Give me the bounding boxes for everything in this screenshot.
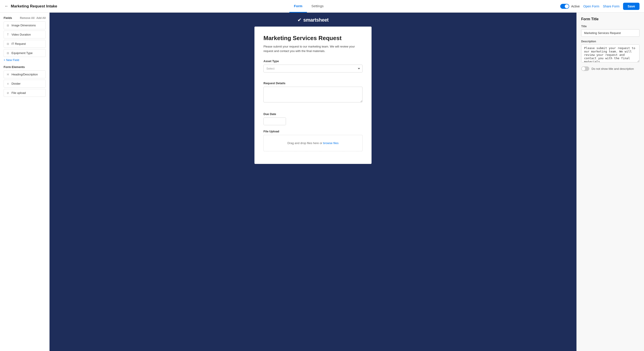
due-date-label: Due Date: [264, 112, 362, 116]
form-description: Please submit your request to our market…: [264, 44, 362, 53]
show-title-toggle[interactable]: [581, 66, 589, 71]
left-sidebar: Fields Remove All Add All ⊟ Image Dimens…: [0, 12, 50, 351]
page-title: Marketing Request Intake: [11, 4, 57, 8]
right-panel: Form Title Title Description Do not show…: [576, 12, 644, 351]
logo-text: smartsheet: [303, 17, 328, 23]
checkbox-icon: ⊟: [6, 24, 10, 27]
sidebar-item-equipment-type[interactable]: ⊟ Equipment Type: [4, 49, 46, 57]
show-title-toggle-label: Do not show title and description: [592, 67, 634, 70]
form-card: Marketing Services Request Please submit…: [254, 26, 372, 164]
request-details-section: Request Details: [264, 82, 362, 108]
active-label: Active: [571, 4, 580, 8]
show-title-toggle-row: Do not show title and description: [581, 66, 640, 71]
asset-type-label: Asset Type: [264, 60, 362, 63]
form-title-input[interactable]: [581, 29, 640, 37]
share-form-button[interactable]: Share Form: [603, 4, 620, 8]
text-icon: T: [6, 33, 10, 36]
field-label-video-duration: Video Duration: [12, 33, 31, 36]
date-field-inner: 📅: [264, 118, 286, 125]
form-canvas: ✔ smartsheet Marketing Services Request …: [50, 12, 576, 351]
sidebar-item-image-dimensions[interactable]: ⊟ Image Dimensions: [4, 22, 46, 29]
form-elements-title: Form Elements: [4, 65, 46, 69]
top-nav: ← Marketing Request Intake Form Settings…: [0, 0, 644, 12]
due-date-input[interactable]: [264, 118, 286, 125]
canvas-header: ✔ smartsheet: [50, 12, 576, 26]
fields-actions: Remove All Add All: [20, 16, 46, 20]
file-upload-area[interactable]: Drag and drop files here or browse files: [264, 135, 362, 151]
sidebar-item-video-duration[interactable]: T Video Duration: [4, 30, 46, 38]
browse-files-link[interactable]: browse files: [323, 142, 339, 145]
field-label-equipment-type: Equipment Type: [12, 51, 33, 55]
open-form-button[interactable]: Open Form: [584, 4, 600, 8]
sidebar-item-it-request[interactable]: ⊟ IT Request: [4, 40, 46, 48]
logo-text-bold: sheet: [316, 17, 328, 23]
nav-tabs: Form Settings: [289, 0, 328, 12]
fields-section-header: Fields Remove All Add All: [4, 16, 46, 20]
add-all-button[interactable]: Add All: [36, 16, 46, 20]
element-label-heading: Heading/Description: [12, 73, 38, 76]
main-layout: Fields Remove All Add All ⊟ Image Dimens…: [0, 12, 644, 351]
field-label-it-request: IT Request: [12, 42, 26, 46]
field-label-image-dimensions: Image Dimensions: [12, 24, 36, 27]
file-upload-section: File Upload Drag and drop files here or …: [264, 130, 362, 151]
panel-title-label: Title: [581, 25, 640, 28]
new-field-button[interactable]: + New Field: [4, 58, 46, 62]
fields-title: Fields: [4, 16, 12, 20]
element-label-file-upload: File upload: [12, 91, 26, 94]
back-icon: ←: [4, 4, 8, 8]
file-upload-icon: ⊘: [6, 92, 10, 94]
checkbox-icon-2: ⊟: [6, 42, 10, 46]
drag-drop-text: Drag and drop files here or: [288, 142, 323, 145]
panel-title: Form Title: [581, 17, 640, 21]
form-description-textarea[interactable]: [581, 44, 640, 62]
due-date-section: Due Date 📅: [264, 112, 362, 125]
logo-text-plain: smart: [303, 17, 316, 23]
element-label-divider: Divider: [12, 82, 20, 85]
asset-type-select[interactable]: Select: [264, 64, 362, 72]
heading-icon: H: [6, 73, 10, 76]
panel-description-label: Description: [581, 40, 640, 43]
active-toggle-wrap: Active: [560, 4, 580, 9]
divider-icon: ≡: [6, 82, 10, 85]
nav-right: Active Open Form Share Form Save: [560, 3, 640, 10]
sidebar-item-divider[interactable]: ≡ Divider: [4, 80, 46, 88]
request-details-label: Request Details: [264, 82, 362, 85]
sidebar-item-file-upload[interactable]: ⊘ File upload: [4, 89, 46, 97]
active-toggle[interactable]: [560, 4, 569, 9]
nav-left: ← Marketing Request Intake: [4, 4, 57, 8]
checkbox-icon-3: ⊟: [6, 52, 10, 55]
remove-all-button[interactable]: Remove All: [20, 16, 35, 20]
save-button[interactable]: Save: [623, 3, 640, 10]
smartsheet-logo: ✔ smartsheet: [298, 17, 328, 23]
file-upload-label: File Upload: [264, 130, 362, 133]
tab-form[interactable]: Form: [289, 0, 307, 12]
back-button[interactable]: ←: [4, 4, 8, 8]
request-details-textarea[interactable]: [264, 87, 362, 102]
tab-settings[interactable]: Settings: [307, 0, 328, 12]
asset-type-section: Asset Type Select: [264, 60, 362, 77]
logo-checkmark: ✔: [298, 17, 302, 23]
sidebar-item-heading[interactable]: H Heading/Description: [4, 70, 46, 78]
form-main-title: Marketing Services Request: [264, 35, 362, 42]
